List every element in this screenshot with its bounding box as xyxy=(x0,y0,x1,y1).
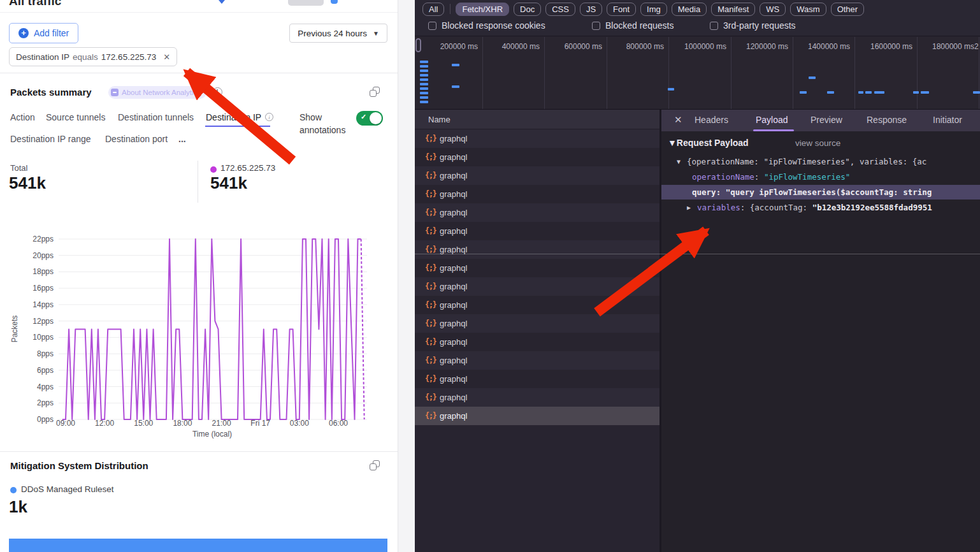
request-timing-bar xyxy=(874,91,884,94)
payload-line[interactable]: ▼{operationName: "ipFlowTimeseries", var… xyxy=(661,154,980,169)
cropped-ui-fragment xyxy=(288,0,324,6)
payload-text: operationName: "ipFlowTimeseries" xyxy=(692,170,850,184)
filter-pill-all[interactable]: All xyxy=(422,3,444,16)
tab-headers[interactable]: Headers xyxy=(695,115,728,125)
filter-pill-js[interactable]: JS xyxy=(580,3,602,16)
filter-pill-css[interactable]: CSS xyxy=(545,3,575,16)
divider xyxy=(0,73,398,73)
fetch-icon: {;} xyxy=(425,129,436,148)
request-row[interactable]: {;}graphql xyxy=(415,240,659,259)
filter-pill-manifest[interactable]: Manifest xyxy=(711,3,755,16)
request-row[interactable]: {;}graphql xyxy=(415,277,659,296)
request-row[interactable]: {;}graphql xyxy=(415,185,659,203)
request-row[interactable]: {;}graphql xyxy=(415,351,659,370)
name-column-header[interactable]: Name xyxy=(415,110,659,129)
fetch-icon: {;} xyxy=(425,333,436,351)
request-row[interactable]: {;}graphql xyxy=(415,314,659,333)
request-timing-bar xyxy=(452,64,459,66)
copy-panel-icon[interactable] xyxy=(370,87,380,97)
tab-initiator[interactable]: Initiator xyxy=(933,115,962,125)
detail-tab-bar: ✕ HeadersPayloadPreviewResponseInitiator xyxy=(661,110,980,131)
fetch-icon: {;} xyxy=(425,351,436,370)
filter-pill-wasm[interactable]: Wasm xyxy=(790,3,826,16)
timeline-handle[interactable] xyxy=(415,38,421,52)
tab-source-tunnels[interactable]: Source tunnels xyxy=(46,112,105,122)
request-row[interactable]: {;}graphql xyxy=(415,222,659,240)
chevron-down-icon: ▼ xyxy=(373,30,379,37)
x-tick-label: 03:00 xyxy=(290,419,309,428)
y-tick-label: 22pps xyxy=(32,235,54,243)
checkbox-blocked-response-cookies[interactable]: Blocked response cookies xyxy=(428,20,545,31)
info-icon[interactable]: i xyxy=(265,113,273,121)
time-range-dropdown[interactable]: Previous 24 hours ▼ xyxy=(289,24,387,43)
request-row[interactable]: {;}graphql xyxy=(415,148,659,166)
page-title: All traffic xyxy=(9,0,149,8)
tab-destination-tunnels[interactable]: Destination tunnels xyxy=(118,112,194,122)
request-payload-section-title[interactable]: ▼Request Payload xyxy=(668,138,749,148)
series-value: 541k xyxy=(210,173,247,193)
request-row[interactable]: {;}graphql xyxy=(415,407,659,425)
y-tick-label: 18pps xyxy=(32,267,54,276)
active-detail-tab-underline xyxy=(753,129,794,131)
remove-filter-icon[interactable]: ✕ xyxy=(163,52,170,62)
payload-line[interactable]: operationName: "ipFlowTimeseries" xyxy=(661,170,980,184)
request-row[interactable]: {;}graphql xyxy=(415,166,659,185)
tab-destination-port[interactable]: Destination port xyxy=(105,134,168,144)
tab-destination-ip[interactable]: Destination IP xyxy=(206,112,261,122)
tab-preview[interactable]: Preview xyxy=(811,115,842,125)
mitigation-legend-dot xyxy=(10,487,17,493)
x-tick-label: 18:00 xyxy=(173,419,192,428)
close-icon[interactable]: ✕ xyxy=(674,114,682,126)
time-range-label: Previous 24 hours xyxy=(298,29,367,38)
tab-destination-ip-range[interactable]: Destination IP range xyxy=(10,134,91,144)
request-timing-bar xyxy=(420,61,428,63)
about-network-analytics-badge[interactable]: About Network Analytics xyxy=(108,86,206,99)
tab-action[interactable]: Action xyxy=(10,112,35,122)
filter-value: 172.65.225.73 xyxy=(101,52,156,62)
request-name: graphql xyxy=(440,277,467,296)
request-timing-bar xyxy=(865,91,872,94)
expanded-caret-icon[interactable]: ▼ xyxy=(677,154,681,169)
copy-panel-icon[interactable] xyxy=(370,460,380,470)
add-filter-button[interactable]: + Add filter xyxy=(9,23,78,43)
filter-pill-font[interactable]: Font xyxy=(607,3,636,16)
collapsed-caret-icon[interactable]: ▶ xyxy=(687,200,691,215)
fetch-icon: {;} xyxy=(425,148,436,166)
request-row[interactable]: {;}graphql xyxy=(415,370,659,388)
request-name: graphql xyxy=(440,240,467,259)
tabs-overflow-button[interactable]: ... xyxy=(178,134,186,144)
payload-segment: {operationName: "ipFlowTimeseries", vari… xyxy=(687,157,926,166)
payload-line[interactable]: query: "query ipFlowTimeseries($accountT… xyxy=(661,185,980,200)
filter-pill-img[interactable]: Img xyxy=(640,3,667,16)
filter-pill-other[interactable]: Other xyxy=(831,3,865,16)
request-row[interactable]: {;}graphql xyxy=(415,203,659,222)
checkbox-icon[interactable] xyxy=(428,22,436,30)
tab-payload[interactable]: Payload xyxy=(756,115,788,125)
request-timing-bar xyxy=(809,76,816,79)
show-annotations-toggle[interactable]: ✓ xyxy=(356,111,383,126)
request-row[interactable]: {;}graphql xyxy=(415,388,659,407)
network-overview-timeline[interactable]: 200000 ms400000 ms600000 ms800000 ms1000… xyxy=(415,37,980,110)
filter-pill-doc[interactable]: Doc xyxy=(514,3,541,16)
checkbox-3rd-party-requests[interactable]: 3rd-party requests xyxy=(710,20,796,31)
request-row[interactable]: {;}graphql xyxy=(415,296,659,314)
filter-pill-media[interactable]: Media xyxy=(672,3,707,16)
tab-response[interactable]: Response xyxy=(867,115,907,125)
view-source-link[interactable]: view source xyxy=(795,138,840,148)
packets-summary-title: Packets summary xyxy=(10,87,92,98)
request-row[interactable]: {;}graphql xyxy=(415,259,659,277)
filter-pill-ws[interactable]: WS xyxy=(760,3,786,16)
checkbox-blocked-requests[interactable]: Blocked requests xyxy=(592,20,674,31)
request-timing-bar xyxy=(668,88,674,91)
request-timing-bar xyxy=(420,65,428,68)
request-row[interactable]: {;}graphql xyxy=(415,129,659,148)
request-name: graphql xyxy=(440,259,467,277)
request-row[interactable]: {;}graphql xyxy=(415,333,659,351)
checkbox-icon[interactable] xyxy=(710,22,718,30)
payload-line[interactable]: ▶variables: {accountTag: "b12e3b2192ee55… xyxy=(661,200,980,215)
checkbox-icon[interactable] xyxy=(592,22,600,30)
y-tick-label: 6pps xyxy=(37,366,54,375)
request-name: graphql xyxy=(440,222,467,240)
filter-pill-fetch-xhr[interactable]: Fetch/XHR xyxy=(456,3,509,16)
filter-chip[interactable]: Destination IP equals 172.65.225.73 ✕ xyxy=(9,47,177,66)
